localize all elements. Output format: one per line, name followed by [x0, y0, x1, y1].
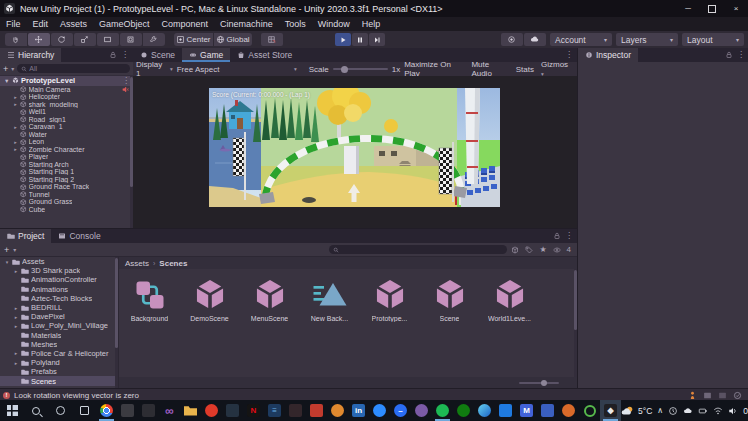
cloud-services-button[interactable] [524, 33, 546, 46]
pivot-toggle-button[interactable]: Center [174, 33, 213, 46]
taskbar-edge[interactable] [474, 400, 495, 421]
hierarchy-item-player[interactable]: Player [0, 153, 133, 161]
scene-menu-icon[interactable]: ⋮ [122, 77, 130, 85]
hierarchy-item-shark-modeling[interactable]: ▸shark_modeling [0, 101, 133, 109]
taskbar-orange-swirl-app[interactable] [327, 400, 348, 421]
layout-dropdown[interactable]: Layout▾ [682, 33, 744, 46]
panel-menu-icon[interactable]: ⋮ [565, 232, 573, 240]
eye-icon[interactable] [553, 246, 561, 254]
taskbar-app-dark-3[interactable] [285, 400, 306, 421]
taskbar-app-red[interactable] [306, 400, 327, 421]
chevron-down-icon[interactable]: ▾ [11, 65, 14, 72]
folder-aztec-tech-blocks[interactable]: Aztec-Tech Blocks [0, 294, 118, 303]
project-search[interactable] [329, 245, 507, 254]
rect-tool-button[interactable] [97, 33, 119, 46]
taskbar-mail-app[interactable]: ≡ [264, 400, 285, 421]
battery-icon[interactable] [698, 406, 708, 416]
expand-arrow[interactable]: ▾ [4, 259, 10, 265]
folder-police-car-helicopter[interactable]: ▸Police Car & Helicopter [0, 349, 118, 358]
lock-icon[interactable] [109, 51, 117, 59]
folder-animationcontroller[interactable]: AnimationController [0, 275, 118, 284]
rotate-tool-button[interactable] [51, 33, 73, 46]
layers-dropdown[interactable]: Layers▾ [616, 33, 678, 46]
hierarchy-item-road-sign1[interactable]: Road_sign1 [0, 116, 133, 124]
hierarchy-item-main-camera[interactable]: Main Camera [0, 86, 133, 94]
taskbar-visual-studio[interactable]: ∞ [159, 400, 180, 421]
asset-demoscene[interactable]: DemoScene [185, 277, 234, 322]
hierarchy-item-tunnel[interactable]: Tunnel [0, 191, 133, 199]
tab-game[interactable]: Game [182, 48, 230, 62]
tag-icon[interactable] [525, 246, 533, 254]
asset-prototype[interactable]: Prototype... [365, 277, 414, 322]
package-icon[interactable] [511, 246, 519, 254]
expand-arrow[interactable]: ▸ [13, 146, 18, 152]
taskbar-app-dark-1[interactable] [117, 400, 138, 421]
taskbar-app-striped[interactable] [222, 400, 243, 421]
expand-arrow[interactable]: ▸ [13, 101, 18, 107]
taskbar-app-dark-2[interactable] [138, 400, 159, 421]
lock-icon[interactable] [725, 51, 733, 59]
console-log-icon-2[interactable] [718, 391, 727, 400]
folder-scenes[interactable]: Scenes [0, 376, 118, 385]
breadcrumb-assets[interactable]: Assets [125, 259, 149, 268]
taskbar-green-ring-app[interactable] [579, 400, 600, 421]
scale-tool-button[interactable] [74, 33, 96, 46]
transform-tool-button[interactable] [120, 33, 142, 46]
hand-tool-button[interactable] [5, 33, 27, 46]
search-button[interactable] [24, 400, 48, 421]
asset-world1leve[interactable]: World1Leve... [485, 277, 534, 322]
expand-arrow[interactable]: ▸ [13, 124, 18, 130]
expand-arrow[interactable]: ▸ [13, 314, 19, 320]
expand-arrow[interactable]: ▸ [13, 323, 19, 329]
start-button[interactable] [0, 400, 24, 421]
chevron-down-icon[interactable]: ▾ [13, 246, 16, 253]
move-tool-button[interactable] [28, 33, 50, 46]
folders-scrollbar[interactable] [115, 258, 118, 348]
menu-edit[interactable]: Edit [27, 17, 55, 31]
menu-help[interactable]: Help [356, 17, 387, 31]
panel-menu-icon[interactable]: ⋮ [121, 51, 129, 59]
activity-person-icon[interactable] [688, 391, 697, 400]
taskbar-app-blue[interactable] [537, 400, 558, 421]
taskbar-github-desktop[interactable] [411, 400, 432, 421]
version-control-button[interactable] [501, 33, 523, 46]
asset-background[interactable]: Background [125, 277, 174, 322]
folder-assets[interactable]: ▾Assets [0, 257, 118, 266]
tab-hierarchy[interactable]: Hierarchy [0, 48, 61, 62]
tab-asset-store[interactable]: Asset Store [230, 48, 299, 62]
taskbar-clock[interactable]: 09:20 [743, 406, 748, 416]
taskbar-netflix[interactable]: N [243, 400, 264, 421]
taskbar-chrome[interactable] [96, 400, 117, 421]
game-viewport[interactable]: Score (Current: 0:00.000 - (Lap 1) [133, 76, 577, 228]
pause-button[interactable] [352, 33, 368, 46]
play-button[interactable] [335, 33, 351, 46]
console-log-icon[interactable] [703, 391, 712, 400]
project-search-input[interactable] [341, 246, 503, 253]
hierarchy-item-water[interactable]: Water [0, 131, 133, 139]
tab-console[interactable]: Console [51, 229, 107, 243]
taskbar-miro[interactable]: M [516, 400, 537, 421]
taskbar-linkedin[interactable]: in [348, 400, 369, 421]
step-button[interactable] [369, 33, 385, 46]
maximize-button[interactable] [700, 0, 724, 17]
taskbar-opera[interactable] [201, 400, 222, 421]
breadcrumb-scenes[interactable]: Scenes [159, 259, 187, 268]
taskbar-blue-dash-app[interactable]: – [390, 400, 411, 421]
content-scrollbar[interactable] [574, 270, 577, 330]
expand-arrow[interactable]: ▸ [13, 360, 19, 366]
taskbar-microsoft-store[interactable] [495, 400, 516, 421]
taskbar-zoom[interactable] [369, 400, 390, 421]
onedrive-icon[interactable] [683, 406, 693, 416]
audio-warning-icon[interactable] [122, 86, 129, 93]
grid-snap-button[interactable] [261, 33, 283, 46]
folder-materials[interactable]: Materials [0, 331, 118, 340]
wifi-icon[interactable] [713, 406, 723, 416]
scale-slider-knob[interactable] [341, 66, 348, 73]
taskbar-xbox[interactable] [453, 400, 474, 421]
space-toggle-button[interactable]: Global [214, 33, 252, 46]
tab-project[interactable]: Project [0, 229, 51, 243]
folder-3d-shark-pack[interactable]: ▸3D Shark pack [0, 266, 118, 275]
expand-arrow[interactable]: ▸ [13, 350, 19, 356]
asset-menuscene[interactable]: MenuScene [245, 277, 294, 322]
hierarchy-item-starting-arch[interactable]: Starting Arch [0, 161, 133, 169]
